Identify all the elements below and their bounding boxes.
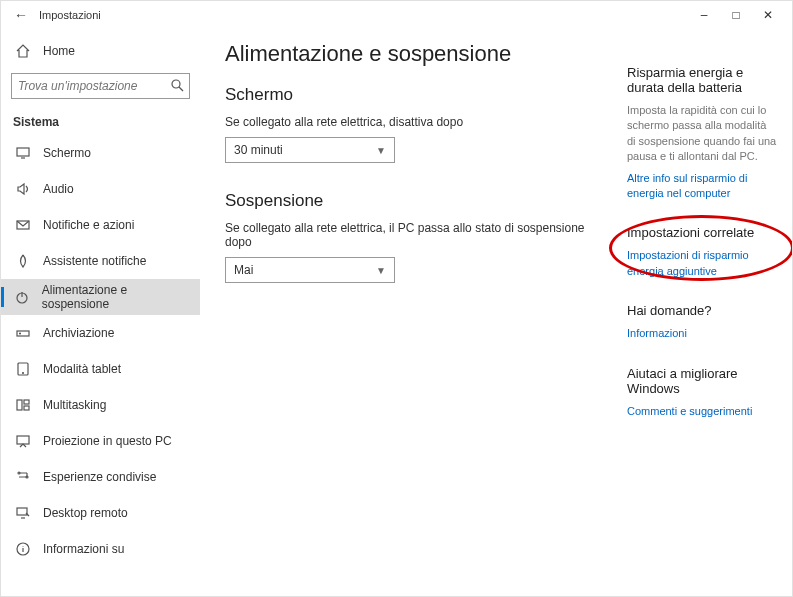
storage-icon xyxy=(13,323,33,343)
sidebar-item-label: Archiviazione xyxy=(43,326,114,340)
remote-desktop-icon xyxy=(13,503,33,523)
screen-heading: Schermo xyxy=(225,85,593,105)
sidebar-item-label: Modalità tablet xyxy=(43,362,121,376)
page-title: Alimentazione e sospensione xyxy=(225,41,593,67)
sidebar-item-label: Notifiche e azioni xyxy=(43,218,134,232)
sidebar-item-tablet[interactable]: Modalità tablet xyxy=(1,351,200,387)
notifications-icon xyxy=(13,215,33,235)
sidebar-item-proiezione[interactable]: Proiezione in questo PC xyxy=(1,423,200,459)
sidebar-item-desktop-remoto[interactable]: Desktop remoto xyxy=(1,495,200,531)
sidebar-home-label: Home xyxy=(43,44,75,58)
sidebar-item-multitasking[interactable]: Multitasking xyxy=(1,387,200,423)
sidebar-item-alimentazione[interactable]: Alimentazione e sospensione xyxy=(1,279,200,315)
sidebar-item-label: Multitasking xyxy=(43,398,106,412)
home-icon xyxy=(13,41,33,61)
main-content: Alimentazione e sospensione Schermo Se c… xyxy=(201,29,617,596)
projecting-icon xyxy=(13,431,33,451)
svg-rect-8 xyxy=(17,400,22,410)
chevron-down-icon: ▼ xyxy=(376,265,386,276)
sidebar-home[interactable]: Home xyxy=(1,33,200,69)
sleep-timeout-value: Mai xyxy=(234,263,253,277)
svg-rect-4 xyxy=(17,331,29,336)
svg-rect-10 xyxy=(24,406,29,410)
sleep-heading: Sospensione xyxy=(225,191,593,211)
window-title: Impostazioni xyxy=(39,9,101,21)
back-button[interactable]: ← xyxy=(9,7,33,23)
sidebar-item-informazioni[interactable]: Informazioni su xyxy=(1,531,200,567)
sidebar-item-label: Assistente notifiche xyxy=(43,254,146,268)
sidebar-item-label: Schermo xyxy=(43,146,91,160)
search-icon xyxy=(169,77,185,96)
about-icon xyxy=(13,539,33,559)
svg-rect-14 xyxy=(17,508,27,515)
svg-rect-9 xyxy=(24,400,29,404)
sound-icon xyxy=(13,179,33,199)
screen-timeout-dropdown[interactable]: 30 minuti ▼ xyxy=(225,137,395,163)
rp-heading-energy: Risparmia energia e durata della batteri… xyxy=(627,65,778,95)
chevron-down-icon: ▼ xyxy=(376,145,386,156)
multitasking-icon xyxy=(13,395,33,415)
svg-point-5 xyxy=(20,333,21,334)
sidebar-item-label: Alimentazione e sospensione xyxy=(42,283,188,311)
sidebar-item-label: Desktop remoto xyxy=(43,506,128,520)
sidebar-item-assistente-notifiche[interactable]: Assistente notifiche xyxy=(1,243,200,279)
sidebar-item-schermo[interactable]: Schermo xyxy=(1,135,200,171)
power-icon xyxy=(13,287,32,307)
rp-link-additional-power[interactable]: Impostazioni di risparmio energia aggiun… xyxy=(627,248,778,279)
sleep-desc: Se collegato alla rete elettrica, il PC … xyxy=(225,221,593,249)
tablet-icon xyxy=(13,359,33,379)
sleep-timeout-dropdown[interactable]: Mai ▼ xyxy=(225,257,395,283)
right-pane: Risparmia energia e durata della batteri… xyxy=(617,29,792,596)
rp-heading-improve: Aiutaci a migliorare Windows xyxy=(627,366,778,396)
rp-text-energy: Imposta la rapidità con cui lo schermo p… xyxy=(627,103,778,165)
sidebar-item-esperienze[interactable]: Esperienze condivise xyxy=(1,459,200,495)
rp-link-energy-info[interactable]: Altre info sul risparmio di energia nel … xyxy=(627,171,778,202)
rp-heading-related: Impostazioni correlate xyxy=(627,225,778,240)
screen-timeout-value: 30 minuti xyxy=(234,143,283,157)
sidebar-item-label: Informazioni su xyxy=(43,542,124,556)
search-input[interactable] xyxy=(11,73,190,99)
rp-link-feedback[interactable]: Commenti e suggerimenti xyxy=(627,404,778,419)
svg-point-0 xyxy=(172,80,180,88)
sidebar-item-label: Audio xyxy=(43,182,74,196)
sidebar-item-notifiche[interactable]: Notifiche e azioni xyxy=(1,207,200,243)
svg-rect-1 xyxy=(17,148,29,156)
rp-link-help[interactable]: Informazioni xyxy=(627,326,778,341)
sidebar-item-audio[interactable]: Audio xyxy=(1,171,200,207)
sidebar-item-label: Proiezione in questo PC xyxy=(43,434,172,448)
sidebar: Home Sistema Schermo Audio Notifiche e a… xyxy=(1,29,201,596)
maximize-button[interactable]: □ xyxy=(720,5,752,25)
shared-icon xyxy=(13,467,33,487)
sidebar-item-archiviazione[interactable]: Archiviazione xyxy=(1,315,200,351)
focus-assist-icon xyxy=(13,251,33,271)
sidebar-section-label: Sistema xyxy=(1,105,200,135)
close-button[interactable]: ✕ xyxy=(752,5,784,25)
sidebar-item-label: Esperienze condivise xyxy=(43,470,156,484)
svg-rect-11 xyxy=(17,436,29,444)
rp-heading-questions: Hai domande? xyxy=(627,303,778,318)
minimize-button[interactable]: – xyxy=(688,5,720,25)
display-icon xyxy=(13,143,33,163)
svg-point-7 xyxy=(23,373,24,374)
screen-desc: Se collegato alla rete elettrica, disatt… xyxy=(225,115,593,129)
